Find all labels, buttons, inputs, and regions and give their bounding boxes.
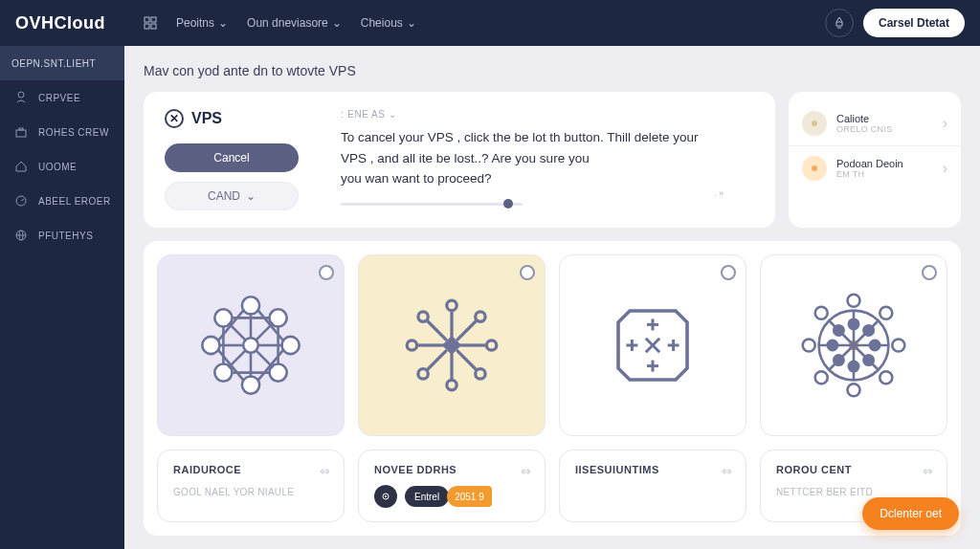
chip-dark[interactable]: Entrel: [405, 486, 449, 507]
tile-0[interactable]: [157, 254, 345, 436]
sidebar-item-4[interactable]: PFUTEHYS: [0, 218, 124, 253]
svg-point-12: [812, 121, 817, 126]
chevron-right-icon: ›: [943, 115, 947, 132]
globe-icon: [13, 228, 29, 243]
chevron-down-icon: ⌄: [246, 189, 256, 203]
svg-point-17: [202, 337, 219, 354]
radio-icon[interactable]: [922, 265, 937, 280]
svg-rect-1: [151, 17, 156, 22]
brand-prefix: OVH: [15, 13, 55, 33]
sidebar: OEPN.SNT.LIEHT CRPVEE ROHES CREW UOOME A…: [0, 46, 124, 549]
radio-icon[interactable]: [319, 265, 334, 280]
sidebar-item-2[interactable]: UOOME: [0, 149, 124, 184]
svg-rect-5: [16, 130, 26, 137]
svg-point-80: [849, 319, 858, 329]
vps-body: To cancel your VPS , click the be lot th…: [341, 127, 754, 189]
svg-point-18: [282, 337, 300, 354]
nav-link-2[interactable]: Cheious⌄: [361, 16, 416, 30]
circuit-icon: [390, 283, 514, 407]
svg-point-4: [18, 92, 24, 98]
mini-card-1[interactable]: ⇔ NOVEE DDRHS Entrel 2051 9: [358, 450, 546, 522]
svg-point-82: [828, 340, 837, 350]
avatar-icon: [802, 111, 827, 136]
chevron-right-icon: ›: [943, 160, 947, 177]
svg-point-79: [880, 371, 892, 384]
nav-link-0[interactable]: Peoitns⌄: [176, 16, 228, 30]
svg-rect-3: [151, 24, 156, 29]
avatar-icon: [802, 156, 827, 181]
svg-point-49: [418, 312, 428, 321]
svg-line-50: [457, 320, 477, 340]
cand-dropdown[interactable]: CAND ⌄: [165, 182, 299, 210]
mini-title: IISESUIUNTIMS: [575, 464, 730, 475]
tile-2[interactable]: [559, 254, 746, 436]
right-item-title: Caliote: [836, 113, 933, 124]
chevron-down-icon: ⌄: [218, 16, 228, 30]
sidebar-item-1[interactable]: ROHES CREW: [0, 115, 124, 149]
svg-point-81: [849, 362, 858, 371]
right-item-sub: ORELO CNIS: [836, 124, 933, 134]
bell-icon: [833, 16, 846, 30]
gear-icon: [374, 485, 397, 508]
svg-point-55: [476, 369, 485, 379]
mini-sub: GOOL NAEL YOR NIAULE: [173, 487, 328, 497]
sidebar-item-label: CRPVEE: [38, 93, 80, 103]
resize-icon: ⇔: [923, 464, 933, 478]
svg-rect-0: [145, 17, 149, 22]
right-item-0[interactable]: Caliote ORELO CNIS ›: [789, 101, 961, 145]
right-item-title: Podoan Deoin: [836, 158, 933, 169]
mini-title: NOVEE DDRHS: [374, 464, 529, 475]
svg-line-48: [427, 320, 447, 340]
mini-title: RAIDUROCE: [173, 464, 328, 475]
cancel-button[interactable]: Cancel: [165, 143, 299, 172]
cand-label: CAND: [208, 189, 240, 203]
tile-1[interactable]: [358, 254, 546, 436]
progress-label: . »: [714, 188, 724, 198]
fab-button[interactable]: Dclenter oet: [862, 497, 959, 530]
svg-point-47: [486, 340, 496, 350]
svg-point-43: [447, 380, 457, 389]
progress-bar[interactable]: [341, 203, 523, 206]
right-list-card: Caliote ORELO CNIS › Podoan Deoin EM TH …: [789, 92, 961, 228]
svg-point-87: [863, 355, 873, 364]
radio-icon[interactable]: [520, 265, 535, 280]
vps-tag[interactable]: : ENE AS ⌄: [341, 109, 754, 120]
notification-button[interactable]: [825, 9, 854, 37]
radio-icon[interactable]: [721, 265, 736, 280]
home-icon: [13, 159, 29, 174]
tile-grid-card: ⇔ RAIDUROCE GOOL NAEL YOR NIAULE ⇔ NOVEE…: [144, 241, 961, 536]
sidebar-item-label: UOOME: [38, 162, 77, 172]
svg-point-77: [880, 307, 892, 319]
svg-point-15: [242, 296, 259, 314]
server-icon: [13, 90, 29, 105]
chip-icon: [595, 288, 710, 403]
chevron-down-icon: ⌄: [332, 16, 342, 30]
svg-rect-6: [19, 128, 23, 130]
mini-card-0[interactable]: ⇔ RAIDUROCE GOOL NAEL YOR NIAULE: [157, 450, 345, 522]
chip-orange[interactable]: 2051 9: [447, 486, 492, 507]
chevron-down-icon: ⌄: [407, 16, 416, 30]
brand-logo: OVHCloud: [15, 13, 105, 33]
wheel-icon: [791, 283, 916, 407]
brand-suffix: Cloud: [55, 13, 106, 33]
svg-point-51: [476, 312, 485, 321]
sidebar-item-0[interactable]: CRPVEE: [0, 80, 124, 115]
sidebar-item-3[interactable]: ABEEL EROER: [0, 184, 124, 218]
tile-3[interactable]: [760, 254, 947, 436]
nav-link-1[interactable]: Oun dneviasore⌄: [247, 16, 342, 30]
svg-point-13: [812, 165, 817, 171]
sidebar-item-label: ROHES CREW: [38, 127, 109, 138]
grid-icon[interactable]: [144, 16, 157, 30]
svg-line-8: [21, 199, 24, 201]
mini-card-2[interactable]: ⇔ IISESUIUNTIMS: [559, 450, 746, 522]
cta-button[interactable]: Carsel Dtetat: [863, 9, 965, 37]
svg-point-86: [834, 355, 843, 364]
resize-icon: ⇔: [722, 464, 732, 478]
svg-point-76: [815, 307, 828, 319]
svg-line-54: [457, 350, 477, 370]
page-title: Mav con yod ante dn to wtovte VPS: [144, 63, 961, 78]
briefcase-icon: [13, 124, 29, 140]
right-item-1[interactable]: Podoan Deoin EM TH ›: [789, 145, 961, 190]
svg-point-89: [385, 495, 387, 497]
svg-line-52: [427, 350, 447, 370]
